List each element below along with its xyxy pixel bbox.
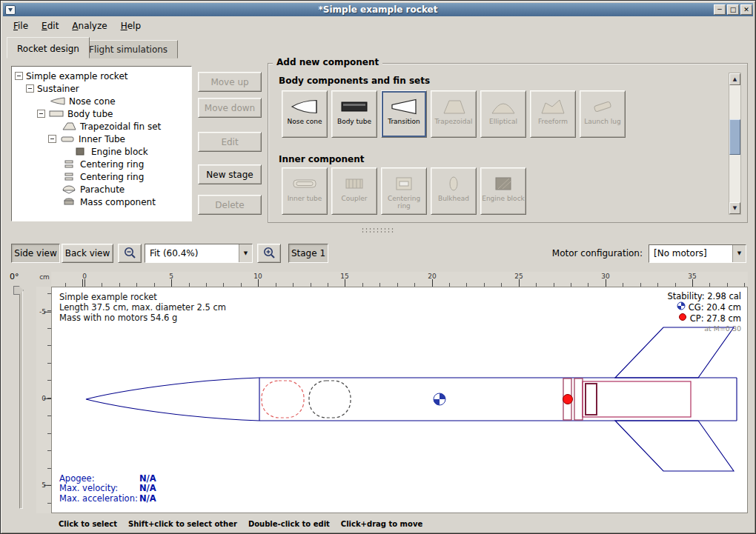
move-up-button[interactable]: Move up bbox=[198, 72, 262, 92]
tree-item-body-tube[interactable]: Body tube bbox=[13, 107, 190, 120]
menubar: File Edit Analyze Help bbox=[4, 17, 752, 35]
centering-ring-component-button[interactable]: Centering ring bbox=[381, 167, 427, 215]
vertical-ruler: -5 0 5 bbox=[36, 287, 51, 513]
elliptical-fin-icon bbox=[488, 95, 518, 119]
apogee-value: N/A bbox=[139, 473, 156, 484]
tree-item-centering-ring-2[interactable]: Centering ring bbox=[13, 170, 190, 183]
hint-click-select: Click to select bbox=[59, 520, 117, 528]
body-tube-component-button[interactable]: Body tube bbox=[331, 90, 377, 138]
transition-component-button[interactable]: Transition bbox=[381, 90, 427, 138]
chevron-down-icon[interactable]: ▼ bbox=[732, 245, 746, 262]
delete-button[interactable]: Delete bbox=[198, 195, 262, 215]
component-button-label: Body tube bbox=[336, 119, 372, 126]
tree-item-fin-set[interactable]: Trapezoidal fin set bbox=[13, 120, 190, 133]
tree-item-centering-ring-1[interactable]: Centering ring bbox=[13, 158, 190, 170]
tree-item-nose-cone[interactable]: Nose cone bbox=[13, 95, 190, 107]
stability-info: Stability: 2.98 cal CG: 20.4 cm CP: 27.8… bbox=[667, 291, 741, 334]
parachute-marker[interactable] bbox=[262, 381, 304, 418]
menu-help[interactable]: Help bbox=[114, 19, 147, 33]
component-button-label: Bulkhead bbox=[437, 196, 470, 203]
component-button-label: Centering ring bbox=[382, 196, 426, 210]
rocket-dimensions: Length 37.5 cm, max. diameter 2.5 cm bbox=[59, 302, 226, 313]
tree-item-label: Centering ring bbox=[80, 172, 144, 182]
component-button-label: Engine block bbox=[481, 196, 525, 203]
edit-button[interactable]: Edit bbox=[198, 132, 262, 152]
chevron-down-icon[interactable]: ▼ bbox=[239, 244, 252, 262]
titlebar[interactable]: *Simple example rocket ─ □ ✕ bbox=[3, 3, 753, 16]
maximize-button[interactable]: □ bbox=[727, 4, 739, 15]
launch-lug-component-button[interactable]: Launch lug bbox=[580, 90, 626, 138]
new-stage-button[interactable]: New stage bbox=[198, 164, 262, 184]
tab-rocket-design[interactable]: Rocket design bbox=[7, 37, 90, 59]
minimize-button[interactable]: ─ bbox=[714, 4, 726, 15]
tree-item-label: Parachute bbox=[80, 184, 125, 195]
cp-value: CP: 27.8 cm bbox=[690, 313, 741, 324]
tree-item-label: Trapezoidal fin set bbox=[80, 121, 161, 132]
coupler-icon bbox=[339, 172, 369, 196]
engine-block-component-button[interactable]: Engine block bbox=[480, 167, 526, 215]
cg-icon bbox=[677, 301, 686, 313]
freeform-fin-component-button[interactable]: Freeform bbox=[530, 90, 576, 138]
innertube-icon bbox=[290, 172, 319, 196]
stage-1-toggle[interactable]: Stage 1 bbox=[288, 244, 328, 263]
horizontal-splitter[interactable] bbox=[5, 225, 751, 236]
inner-component-label: Inner component bbox=[279, 154, 364, 164]
inner-tube-component-button[interactable]: Inner tube bbox=[282, 167, 328, 215]
back-view-button[interactable]: Back view bbox=[62, 244, 113, 263]
launch-lug-icon bbox=[588, 95, 617, 119]
tab-flight-simulations[interactable]: Flight simulations bbox=[79, 40, 178, 59]
rocket-name: Simple example rocket bbox=[59, 292, 226, 302]
side-view-button[interactable]: Side view bbox=[11, 244, 60, 263]
scroll-down-icon[interactable] bbox=[729, 202, 740, 214]
zoom-out-button[interactable] bbox=[118, 244, 142, 263]
nose-cone-component-button[interactable]: Nose cone bbox=[282, 90, 328, 138]
app-icon[interactable] bbox=[5, 5, 16, 15]
trapezoidal-fin-component-button[interactable]: Trapezoidal bbox=[431, 90, 477, 138]
motor-config-select[interactable]: [No motors] ▼ bbox=[649, 244, 746, 263]
tree-item-mass-component[interactable]: Mass component bbox=[13, 196, 190, 208]
menu-file[interactable]: File bbox=[7, 19, 35, 33]
component-button-label: Trapezoidal bbox=[434, 119, 473, 126]
move-down-button[interactable]: Move down bbox=[198, 98, 262, 118]
zoom-in-button[interactable] bbox=[257, 244, 281, 263]
rotation-slider[interactable] bbox=[19, 290, 23, 509]
nosecone-icon bbox=[50, 96, 66, 106]
elliptical-fin-component-button[interactable]: Elliptical bbox=[480, 90, 526, 138]
fin-set-outline[interactable] bbox=[615, 327, 734, 471]
tree-item-parachute[interactable]: Parachute bbox=[13, 183, 190, 196]
motor-config-value: [No motors] bbox=[649, 248, 732, 258]
zoom-select[interactable]: Fit (60.4%) ▼ bbox=[145, 244, 253, 263]
scrollbar-thumb[interactable] bbox=[729, 119, 740, 155]
menu-analyze[interactable]: Analyze bbox=[65, 19, 113, 33]
bulkhead-component-button[interactable]: Bulkhead bbox=[431, 167, 477, 215]
menu-edit[interactable]: Edit bbox=[35, 19, 65, 33]
scroll-up-icon[interactable] bbox=[729, 73, 740, 85]
rocket-canvas[interactable]: Simple example rocket Length 37.5 cm, ma… bbox=[51, 287, 748, 513]
rocket-body-outline[interactable] bbox=[86, 378, 737, 421]
component-tree[interactable]: Simple example rocket Sustainer Nose con… bbox=[11, 66, 192, 221]
mass-component-marker[interactable] bbox=[309, 381, 351, 418]
bodytube-icon bbox=[48, 109, 64, 119]
apogee-label: Apogee: bbox=[59, 474, 139, 484]
coupler-component-button[interactable]: Coupler bbox=[331, 167, 377, 215]
tree-item-label: Body tube bbox=[67, 109, 113, 119]
centeringring-icon bbox=[61, 172, 77, 181]
tree-item-sustainer[interactable]: Sustainer bbox=[13, 82, 190, 95]
component-scrollbar[interactable] bbox=[729, 73, 741, 215]
tree-expander-icon[interactable] bbox=[48, 135, 56, 143]
mass-icon bbox=[61, 197, 77, 207]
view-toolbar: Side view Back view Fit (60.4%) ▼ Stage … bbox=[7, 242, 749, 266]
splitter-grip[interactable] bbox=[361, 227, 394, 233]
engineblock-icon bbox=[488, 172, 518, 196]
tree-expander-icon[interactable] bbox=[37, 110, 45, 118]
tree-item-label: Engine block bbox=[91, 147, 148, 157]
close-button[interactable]: ✕ bbox=[740, 4, 752, 15]
tree-item-rocket[interactable]: Simple example rocket bbox=[13, 70, 190, 82]
tree-expander-icon[interactable] bbox=[26, 84, 34, 93]
tree-item-engine-block[interactable]: Engine block bbox=[13, 145, 190, 158]
max-acceleration-value: N/A bbox=[139, 493, 156, 504]
tree-item-inner-tube[interactable]: Inner Tube bbox=[13, 133, 190, 145]
engine-block-outline[interactable] bbox=[586, 384, 597, 415]
inner-tube-outline[interactable] bbox=[583, 381, 691, 417]
tree-expander-icon[interactable] bbox=[15, 72, 23, 80]
